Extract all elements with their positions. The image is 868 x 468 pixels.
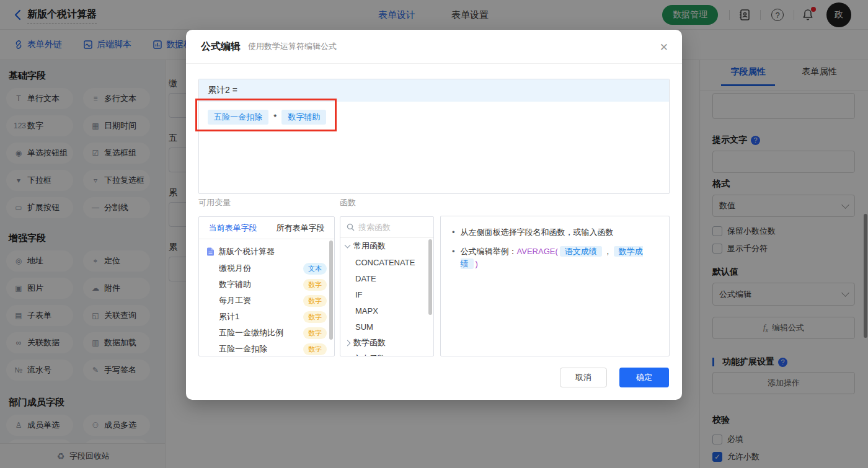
bullet-icon: • [452, 226, 455, 239]
function-item-IF[interactable]: IF [340, 286, 433, 302]
variable-row[interactable]: 每月工资数字 [199, 293, 334, 309]
form-tree-root[interactable]: 新版个税计算器 [199, 243, 334, 260]
chevron-down-icon [345, 242, 351, 249]
functions-list: 常用函数CONCATENATEDATEIFMAPXSUM数学函数文本函数 [340, 238, 433, 356]
variable-row[interactable]: 数字辅助数字 [199, 276, 334, 293]
formula-body: 五险一金扣除*数字辅助 [199, 102, 669, 133]
chevron-right-icon [345, 340, 351, 346]
tips-panel: •从左侧面板选择字段名和函数，或输入函数•公式编辑举例：AVERAGE(语文成绩… [440, 216, 670, 356]
function-group-数学函数[interactable]: 数学函数 [340, 335, 433, 351]
close-icon[interactable]: ✕ [660, 41, 668, 54]
example-field-chip: 语文成绩 [560, 246, 602, 257]
variables-tabs: 当前表单字段所有表单字段 [199, 217, 334, 239]
form-doc-icon [206, 247, 215, 256]
variable-name: 累计1 [219, 311, 303, 322]
variable-type-badge: 文本 [303, 263, 327, 275]
search-icon [347, 223, 355, 231]
variable-name: 每月工资 [219, 295, 303, 306]
formula-field-chip[interactable]: 数字辅助 [281, 110, 326, 125]
example-function-name: ) [476, 259, 478, 268]
functions-label: 函数 [340, 197, 356, 208]
function-item-MAPX[interactable]: MAPX [340, 302, 433, 319]
variable-type-badge: 数字 [303, 295, 327, 307]
formula-target: 累计2 = [199, 79, 669, 102]
formula-editor-box[interactable]: 累计2 = 五险一金扣除*数字辅助 [198, 79, 670, 194]
example-function-name: AVERAGE( [517, 247, 558, 256]
variable-type-badge: 数字 [303, 343, 327, 355]
variables-panel: 当前表单字段所有表单字段 新版个税计算器 缴税月份文本数字辅助数字每月工资数字累… [198, 216, 335, 356]
function-group-label: 数学函数 [353, 337, 386, 348]
function-search-input[interactable]: 搜索函数 [340, 217, 433, 238]
formula-operator: * [273, 112, 277, 122]
chevron-right-icon [345, 356, 351, 356]
variable-row[interactable]: 缴税月份文本 [199, 260, 334, 276]
tip-row: •从左侧面板选择字段名和函数，或输入函数 [452, 226, 658, 239]
function-item-CONCATENATE[interactable]: CONCATENATE [340, 254, 433, 270]
functions-panel: 搜索函数 常用函数CONCATENATEDATEIFMAPXSUM数学函数文本函… [340, 216, 434, 356]
function-group-常用函数[interactable]: 常用函数 [340, 238, 433, 254]
function-item-SUM[interactable]: SUM [340, 319, 433, 335]
variable-name: 五险一金缴纳比例 [219, 327, 303, 338]
variable-type-badge: 数字 [303, 311, 327, 323]
modal-subtitle: 使用数学运算符编辑公式 [248, 41, 337, 52]
variables-tab-1[interactable]: 当前表单字段 [199, 217, 267, 239]
scrollbar-thumb[interactable] [428, 239, 432, 315]
modal-header: 公式编辑 使用数学运算符编辑公式 [186, 30, 682, 64]
variables-label: 可用变量 [198, 197, 231, 208]
modal-title: 公式编辑 [201, 40, 241, 53]
function-item-DATE[interactable]: DATE [340, 270, 433, 286]
tip-text: 从左侧面板选择字段名和函数，或输入函数 [461, 226, 614, 239]
scrollbar-thumb[interactable] [329, 241, 333, 340]
variable-name: 五险一金扣除 [219, 343, 303, 355]
variables-tab-2[interactable]: 所有表单字段 [267, 217, 334, 239]
variable-row[interactable]: 五险一金缴纳比例数字 [199, 325, 334, 341]
tip-row: •公式编辑举例：AVERAGE(语文成绩，数学成绩) [452, 245, 658, 270]
variable-name: 缴税月份 [219, 263, 303, 274]
function-group-label: 文本函数 [353, 353, 386, 356]
function-group-文本函数[interactable]: 文本函数 [340, 351, 433, 356]
bullet-icon: • [452, 245, 455, 258]
tip-text: 公式编辑举例：AVERAGE(语文成绩，数学成绩) [461, 245, 658, 270]
cancel-button[interactable]: 取消 [560, 368, 607, 387]
formula-field-chip[interactable]: 五险一金扣除 [208, 110, 268, 125]
variable-name: 数字辅助 [219, 279, 303, 290]
variables-list: 缴税月份文本数字辅助数字每月工资数字累计1数字五险一金缴纳比例数字五险一金扣除数… [199, 260, 334, 356]
formula-editor-modal: 公式编辑 使用数学运算符编辑公式 ✕ 累计2 = 五险一金扣除*数字辅助 可用变… [186, 30, 682, 400]
variable-type-badge: 数字 [303, 327, 327, 339]
variable-row[interactable]: 累计1数字 [199, 309, 334, 325]
function-group-label: 常用函数 [353, 241, 386, 252]
variable-row[interactable]: 五险一金扣除数字 [199, 341, 334, 356]
confirm-button[interactable]: 确定 [619, 368, 669, 387]
variable-type-badge: 数字 [303, 279, 327, 291]
